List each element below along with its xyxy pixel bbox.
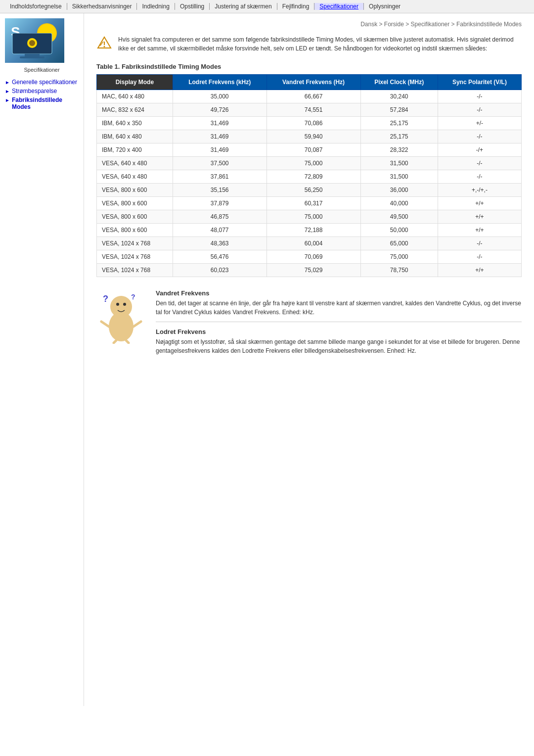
table-cell-4-4: -/+ [438, 143, 521, 157]
table-row: IBM, 720 x 40031,46970,08728,322-/+ [97, 143, 522, 157]
svg-point-4 [29, 40, 35, 46]
nav-item-oplysninger[interactable]: Oplysninger [364, 3, 405, 10]
nav-item-fejlfinding[interactable]: Fejlfinding [277, 3, 315, 10]
sidebar-logo-label: Specifikationer [5, 67, 79, 73]
svg-rect-1 [25, 54, 40, 56]
nav-item-specifikationer[interactable]: Specifikationer [314, 3, 364, 10]
nav-item-indholdsfortegnelse[interactable]: Indholdsfortegnelse [10, 3, 67, 10]
col-header-lodret: Lodret Frekvens (kHz) [173, 75, 267, 90]
table-cell-12-3: 75,000 [360, 250, 438, 264]
table-row: VESA, 640 x 48037,50075,00031,500-/- [97, 157, 522, 170]
table-cell-4-3: 28,322 [360, 143, 438, 157]
top-navigation: Indholdsfortegnelse Sikkerhedsanvisninge… [0, 0, 534, 13]
col-header-pixel-clock: Pixel Clock (MHz) [360, 75, 438, 90]
table-cell-5-0: VESA, 640 x 480 [97, 157, 173, 170]
table-cell-13-1: 60,023 [173, 264, 267, 277]
arrow-icon-strombesparelse: ► [5, 89, 10, 94]
table-cell-0-2: 66,667 [267, 90, 360, 103]
table-cell-3-4: -/- [438, 130, 521, 143]
timing-modes-table: Display Mode Lodret Frekvens (kHz) Vandr… [96, 74, 522, 277]
table-cell-9-2: 75,000 [267, 210, 360, 224]
bottom-section: ? ? Vandret Frekvens Den tid, det tager … [96, 289, 522, 359]
table-cell-5-2: 75,000 [267, 157, 360, 170]
svg-text:?: ? [131, 293, 135, 301]
svg-line-17 [114, 340, 116, 343]
table-cell-4-2: 70,087 [267, 143, 360, 157]
lodret-frekvens-text: Nøjagtigt som et lysstofrør, så skal skæ… [156, 337, 522, 355]
table-cell-12-4: -/- [438, 250, 521, 264]
table-cell-12-1: 56,476 [173, 250, 267, 264]
table-cell-8-0: VESA, 800 x 600 [97, 197, 173, 210]
table-title: Table 1. Fabriksindstillede Timing Modes [96, 63, 522, 70]
table-cell-3-2: 59,940 [267, 130, 360, 143]
nav-item-opstilling[interactable]: Opstilling [175, 3, 210, 10]
table-row: VESA, 1024 x 76856,47670,06975,000-/- [97, 250, 522, 264]
arrow-icon-generelle: ► [5, 80, 10, 85]
sidebar-nav-generelle[interactable]: ► Generelle specifikationer [5, 78, 79, 87]
table-row: VESA, 640 x 48037,86172,80931,500-/- [97, 170, 522, 184]
svg-line-18 [126, 340, 129, 343]
table-cell-11-2: 60,004 [267, 237, 360, 250]
table-row: VESA, 1024 x 76848,36360,00465,000-/- [97, 237, 522, 250]
table-cell-9-0: VESA, 800 x 600 [97, 210, 173, 224]
table-cell-10-2: 72,188 [267, 224, 360, 237]
table-cell-0-4: -/- [438, 90, 521, 103]
table-cell-1-3: 57,284 [360, 103, 438, 117]
table-cell-1-0: MAC, 832 x 624 [97, 103, 173, 117]
table-cell-7-1: 35,156 [173, 184, 267, 197]
table-cell-9-1: 46,875 [173, 210, 267, 224]
table-cell-10-3: 50,000 [360, 224, 438, 237]
main-content: Dansk > Forside > Specifikationer > Fabr… [84, 13, 534, 706]
table-cell-1-1: 49,726 [173, 103, 267, 117]
sidebar-nav-strombesparelse[interactable]: ► Strømbesparelse [5, 87, 79, 95]
table-cell-2-1: 31,469 [173, 117, 267, 130]
table-cell-8-3: 40,000 [360, 197, 438, 210]
table-cell-10-0: VESA, 800 x 600 [97, 224, 173, 237]
table-cell-2-0: IBM, 640 x 350 [97, 117, 173, 130]
table-row: IBM, 640 x 48031,46959,94025,175-/- [97, 130, 522, 143]
sidebar: S Specifikationer ► Generelle specifikat… [0, 13, 84, 706]
sidebar-nav: ► Generelle specifikationer ► Strømbespa… [5, 78, 79, 111]
sidebar-link-generelle[interactable]: Generelle specifikationer [12, 79, 77, 86]
svg-line-16 [134, 322, 141, 327]
info-box: ✓ Hvis signalet fra computeren er det sa… [96, 35, 522, 53]
table-cell-3-3: 25,175 [360, 130, 438, 143]
arrow-icon-fabriksindstillede: ► [5, 97, 10, 103]
table-cell-9-4: +/+ [438, 210, 521, 224]
nav-item-justering[interactable]: Justering af skærmen [210, 3, 277, 10]
table-row: MAC, 832 x 62449,72674,55157,284-/- [97, 103, 522, 117]
nav-item-sikkerhedsanvisninger[interactable]: Sikkerhedsanvisninger [67, 3, 137, 10]
sidebar-nav-fabriksindstillede[interactable]: ► Fabriksindstillede Modes [5, 95, 79, 111]
table-row: VESA, 800 x 60037,87960,31740,000+/+ [97, 197, 522, 210]
sidebar-logo: S [5, 18, 64, 63]
table-cell-7-3: 36,000 [360, 184, 438, 197]
table-cell-3-0: IBM, 640 x 480 [97, 130, 173, 143]
table-row: VESA, 1024 x 76860,02375,02978,750+/+ [97, 264, 522, 277]
table-row: MAC, 640 x 48035,00066,66730,240-/- [97, 90, 522, 103]
table-cell-7-2: 56,250 [267, 184, 360, 197]
table-cell-3-1: 31,469 [173, 130, 267, 143]
table-cell-8-2: 60,317 [267, 197, 360, 210]
col-header-display-mode: Display Mode [97, 75, 173, 90]
table-cell-5-3: 31,500 [360, 157, 438, 170]
svg-line-15 [101, 322, 109, 327]
table-row: VESA, 800 x 60046,87575,00049,500+/+ [97, 210, 522, 224]
table-cell-8-4: +/+ [438, 197, 521, 210]
character-figure: ? ? [96, 289, 146, 359]
table-cell-6-2: 72,809 [267, 170, 360, 184]
col-header-sync: Sync Polaritet (V/L) [438, 75, 521, 90]
bottom-text: Vandret Frekvens Den tid, det tager at s… [156, 289, 522, 359]
table-cell-2-4: +/- [438, 117, 521, 130]
table-cell-0-3: 30,240 [360, 90, 438, 103]
table-cell-6-4: -/- [438, 170, 521, 184]
table-cell-10-1: 48,077 [173, 224, 267, 237]
sidebar-link-strombesparelse[interactable]: Strømbesparelse [12, 88, 57, 94]
sidebar-link-fabriksindstillede[interactable]: Fabriksindstillede Modes [12, 96, 79, 110]
info-text: Hvis signalet fra computeren er det samm… [118, 35, 522, 53]
table-cell-6-0: VESA, 640 x 480 [97, 170, 173, 184]
table-row: VESA, 800 x 60035,15656,25036,000+,-/+,- [97, 184, 522, 197]
nav-item-indledning[interactable]: Indledning [137, 3, 175, 10]
table-cell-12-2: 70,069 [267, 250, 360, 264]
vandret-frekvens-title: Vandret Frekvens [156, 289, 522, 297]
table-cell-7-0: VESA, 800 x 600 [97, 184, 173, 197]
